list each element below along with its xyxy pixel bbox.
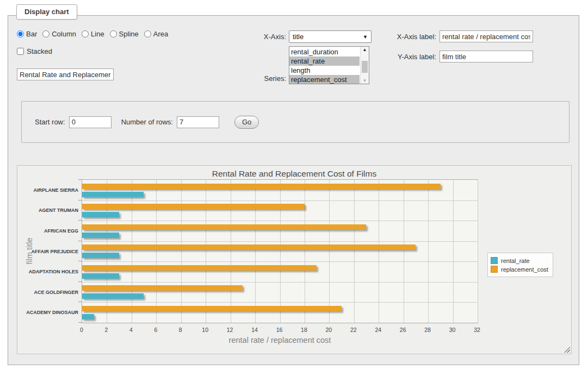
gridline-x-10 [206, 180, 206, 323]
series-options: rental_durationrental_ratelengthreplacem… [289, 47, 360, 84]
gridline-x-8 [181, 180, 182, 323]
chart-title-input[interactable] [17, 68, 114, 80]
radio-item-bar[interactable]: Bar [17, 30, 37, 38]
bar-rental_rate [82, 293, 144, 299]
x-axis-field-row: X-Axis: title ▼ [246, 30, 372, 43]
chart-type-radio-group: BarColumnLineSplineArea [17, 30, 174, 38]
series-field-row: Series: rental_durationrental_ratelength… [246, 46, 369, 84]
x-axis-field-label: X-Axis: [246, 33, 286, 41]
bar-rental_rate [82, 233, 119, 238]
y-axis-label-input[interactable] [440, 51, 533, 62]
radio-line[interactable] [82, 30, 89, 37]
bar-replacement_cost [82, 184, 441, 189]
x-axis-label-input[interactable] [440, 30, 533, 42]
x-tick-label: 30 [443, 327, 462, 333]
y-tick-label: AGENT TRUMAN [17, 208, 78, 213]
gridline-x-26 [404, 180, 404, 323]
radio-label-spline: Spline [119, 30, 139, 38]
y-axis-label-row: Y-Axis label: [387, 51, 533, 62]
radio-item-column[interactable]: Column [42, 30, 76, 38]
gridline-y-5 [82, 282, 478, 283]
radio-area[interactable] [144, 30, 151, 37]
radio-label-area: Area [153, 30, 168, 38]
legend-swatch-rental_rate [491, 257, 498, 264]
radio-label-bar: Bar [26, 30, 37, 38]
x-tick-label: 14 [245, 327, 264, 333]
radio-spline[interactable] [110, 30, 117, 37]
radio-label-column: Column [52, 30, 76, 38]
series-option-length[interactable]: length [289, 66, 360, 75]
series-option-replacement_cost[interactable]: replacement_cost [289, 75, 360, 84]
scroll-down-icon[interactable]: ▼ [361, 78, 369, 83]
y-tick-label: AFRICAN EGG [17, 228, 78, 234]
x-tick-label: 4 [121, 327, 141, 333]
radio-item-area[interactable]: Area [144, 30, 168, 38]
gridline-x-4 [132, 180, 132, 323]
page: Display chart BarColumnLineSplineArea St… [0, 0, 588, 370]
x-tick-label: 6 [146, 327, 165, 333]
gridline-x-32 [478, 180, 478, 323]
panel-tab-display-chart[interactable]: Display chart [16, 4, 77, 20]
x-tick-label: 26 [393, 327, 413, 333]
gridline-x-20 [329, 180, 330, 323]
stacked-row: Stacked [17, 47, 52, 55]
number-of-rows-input[interactable] [177, 116, 219, 128]
bar-replacement_cost [82, 306, 342, 311]
gridline-y-2 [82, 221, 478, 221]
chart-legend: rental_ratereplacement_cost [487, 253, 553, 277]
start-row-input[interactable] [69, 116, 112, 128]
x-axis-select[interactable]: title ▼ [289, 30, 372, 43]
select-caret-icon: ▼ [363, 34, 368, 40]
legend-label-rental_rate: rental_rate [501, 258, 530, 264]
series-option-rental_rate[interactable]: rental_rate [289, 57, 360, 66]
gridline-y-1 [82, 200, 478, 201]
gridline-x-22 [354, 180, 355, 323]
y-tick-label: ACADEMY DINOSAUR [17, 310, 78, 315]
radio-bar[interactable] [17, 30, 24, 37]
radio-item-spline[interactable]: Spline [110, 30, 139, 38]
stacked-checkbox[interactable] [17, 48, 24, 55]
gridline-x-28 [428, 180, 429, 323]
bar-rental_rate [82, 212, 119, 217]
series-field-label: Series: [246, 74, 286, 83]
radio-label-line: Line [91, 30, 104, 38]
series-listbox[interactable]: rental_durationrental_ratelengthreplacem… [289, 46, 369, 84]
x-axis-selected-value: title [293, 33, 304, 41]
series-option-rental_duration[interactable]: rental_duration [289, 47, 360, 57]
gridline-x-6 [156, 180, 157, 323]
x-tick-label: 24 [368, 327, 388, 333]
chart-title: Rental Rate and Replacement Cost of Film… [17, 169, 571, 179]
bar-rental_rate [82, 273, 119, 279]
y-tick-mark [78, 261, 82, 261]
bar-replacement_cost [82, 224, 366, 230]
legend-item-rental_rate: rental_rate [491, 257, 548, 264]
number-of-rows-label: Number of rows: [121, 118, 173, 126]
y-tick-mark [78, 179, 82, 180]
chart-container: Rental Rate and Replacement Cost of Film… [17, 165, 572, 354]
y-tick-label: AFFAIR PREJUDICE [17, 249, 78, 254]
gridline-x-24 [379, 180, 379, 323]
y-tick-mark [78, 281, 82, 282]
scroll-up-icon[interactable]: ▲ [361, 47, 369, 52]
radio-item-line[interactable]: Line [82, 30, 104, 38]
plot-area [82, 179, 478, 323]
gridline-x-14 [255, 180, 256, 323]
scrollbar-thumb[interactable] [362, 61, 368, 73]
resize-handle-icon[interactable] [564, 347, 570, 353]
display-chart-panel: Display chart BarColumnLineSplineArea St… [8, 15, 579, 365]
x-tick-label: 22 [344, 327, 363, 333]
bar-replacement_cost [82, 204, 305, 209]
gridline-y-4 [82, 261, 478, 262]
go-button[interactable]: Go [234, 116, 259, 129]
x-tick-label: 18 [294, 327, 314, 333]
gridline-x-12 [231, 180, 231, 323]
bar-rental_rate [82, 314, 94, 319]
y-tick-mark [78, 200, 82, 200]
bar-replacement_cost [82, 265, 317, 271]
x-tick-label: 8 [171, 327, 190, 333]
y-tick-label: AIRPLANE SIERRA [17, 187, 78, 193]
radio-column[interactable] [42, 30, 49, 37]
x-tick-label: 20 [319, 327, 338, 333]
bar-replacement_cost [82, 285, 243, 291]
listbox-scrollbar[interactable]: ▲ ▼ [360, 47, 369, 84]
